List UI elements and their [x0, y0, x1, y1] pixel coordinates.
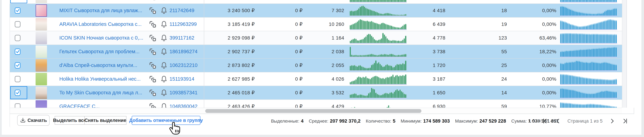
table-row[interactable]: Holika Holika Универсальный нес...151193…	[10, 72, 622, 86]
product-name-link[interactable]: Гельтек Сыворотка для проблем...	[59, 49, 140, 54]
add-to-group-icon[interactable]	[149, 89, 157, 97]
table-rows: MIXIT Сыворотка для лица увлаж...2117426…	[10, 0, 634, 108]
checkbox-cell	[10, 0, 28, 4]
add-to-group-icon[interactable]	[149, 20, 157, 28]
sales-sparkline-cell	[346, 18, 409, 31]
download-icon	[20, 118, 26, 123]
table-row[interactable]: ARAVIA Laboratories Сыворотка с...111296…	[10, 18, 622, 31]
sku-id-link[interactable]: 1861896274	[170, 49, 198, 54]
sku-id-link[interactable]: 1062312210	[170, 62, 198, 68]
add-group-label: Добавить отмеченные в группу	[129, 118, 203, 123]
add-marked-to-group-button[interactable]: Добавить отмеченные в группу	[132, 116, 200, 125]
table-row[interactable]: ICON SKIN Ночная сыворотка с 0,...399117…	[10, 31, 622, 45]
stat-average: Среднее:207 992 370,2	[309, 118, 360, 124]
table-row[interactable]: Гельтек Сыворотка для проблем...18618962…	[10, 45, 622, 58]
stock-sparkline	[560, 0, 617, 2]
sku-id-link[interactable]: 211742649	[170, 8, 194, 13]
add-to-group-icon[interactable]	[149, 75, 157, 83]
row-checkbox[interactable]	[15, 76, 20, 82]
horizontal-scrollbar[interactable]	[10, 108, 622, 114]
row-checkbox[interactable]	[15, 21, 20, 28]
table-row[interactable]: GRACEFACE C...10483600422 463 426 ₽0 ₽4 …	[10, 100, 622, 108]
stock-sparkline-cell	[556, 86, 622, 99]
percent-value: 0,00%	[507, 86, 556, 99]
buyout-value-text: 0 ₽	[295, 21, 302, 27]
sku-id-link[interactable]: 399117162	[170, 35, 194, 41]
avg-value: 3 187	[409, 72, 446, 86]
product-name-link[interactable]: d'Alba Спрей-сыворотка мульти...	[59, 62, 137, 68]
last-page-icon[interactable]	[622, 118, 628, 124]
product-name-link[interactable]: Holika Holika Универсальный нес...	[59, 76, 141, 82]
row-checkbox[interactable]	[15, 103, 20, 108]
avg-value: 3 738	[409, 45, 446, 58]
checkbox-cell	[10, 4, 28, 17]
revenue-value-text: 2 902 737 ₽	[228, 49, 255, 54]
bell-icon[interactable]	[160, 0, 168, 1]
revenue-value-text: 3 185 419 ₽	[228, 21, 255, 27]
row-checkbox[interactable]	[15, 62, 20, 68]
deselect-label: Снять выделение	[84, 118, 126, 123]
revenue-value: 2 902 737 ₽	[204, 45, 259, 58]
stock-sparkline	[560, 32, 617, 44]
product-image-cell	[28, 100, 59, 108]
table-row[interactable]: MIXIT Сыворотка для лица увлаж...2117426…	[10, 4, 622, 18]
bell-icon[interactable]	[160, 75, 168, 83]
row-checkbox[interactable]	[15, 35, 20, 41]
bell-icon[interactable]	[160, 89, 168, 96]
add-to-group-icon[interactable]	[149, 0, 157, 1]
stat-maximum: Максимум:247 529 228	[455, 118, 506, 124]
sales-sparkline-cell	[346, 4, 409, 17]
sales-count-value: 10 260	[306, 18, 346, 31]
table-row[interactable]	[10, 0, 622, 4]
table-row[interactable]: d'Alba Спрей-сыворотка мульти...10623122…	[10, 58, 622, 72]
buyout-value-text: 0 ₽	[295, 49, 302, 54]
product-name-link[interactable]: To My Skin Сыворотка для лица л...	[59, 90, 142, 96]
vertical-scrollbar[interactable]	[622, 0, 627, 108]
add-to-group-icon[interactable]	[149, 62, 157, 69]
product-name-link[interactable]: ICON SKIN Ночная сыворотка с 0,...	[59, 35, 143, 41]
revenue-value-text: 2 873 802 ₽	[228, 62, 255, 68]
bell-icon[interactable]	[160, 103, 168, 108]
sales-sparkline	[350, 19, 407, 30]
checkbox-cell	[10, 72, 28, 86]
bell-icon[interactable]	[160, 34, 168, 42]
add-to-group-icon[interactable]	[149, 34, 157, 42]
sales-count-value: 1 164	[306, 31, 346, 44]
product-name-link[interactable]: MIXIT Сыворотка для лица увлаж...	[59, 8, 142, 13]
product-name-link[interactable]: GRACEFACE C...	[59, 104, 100, 108]
sku-id-link[interactable]: 151193914	[170, 76, 194, 82]
row-checkbox[interactable]	[15, 48, 20, 55]
row-checkbox[interactable]	[15, 90, 20, 96]
product-name-cell	[59, 0, 146, 4]
sales-sparkline	[350, 60, 407, 71]
table-row[interactable]: To My Skin Сыворотка для лица л...109385…	[10, 86, 622, 100]
bell-icon[interactable]	[160, 20, 168, 28]
sku-id-link[interactable]: 1048360042	[170, 104, 198, 108]
prev-page-icon[interactable]	[555, 118, 561, 124]
bell-icon[interactable]	[160, 7, 168, 14]
first-page-icon[interactable]	[542, 118, 548, 124]
add-to-group-icon[interactable]	[149, 102, 157, 108]
select-all-label: Выделить все	[53, 118, 86, 123]
sku-id-cell: 211742649	[169, 4, 204, 17]
row-checkbox[interactable]	[15, 8, 20, 14]
bell-icon[interactable]	[160, 62, 168, 69]
horizontal-scrollbar-thumb[interactable]	[205, 109, 422, 113]
buyout-value-text: 0 ₽	[295, 35, 302, 41]
days-value-text: 123	[498, 35, 507, 41]
sales-sparkline	[350, 5, 407, 16]
next-page-icon[interactable]	[609, 118, 615, 124]
add-to-group-icon[interactable]	[149, 48, 157, 56]
sku-id-link[interactable]: 1093857341	[170, 90, 198, 96]
deselect-button[interactable]: Снять выделение	[84, 116, 126, 125]
bell-icon[interactable]	[160, 48, 168, 56]
days-value-text: 59	[502, 104, 507, 108]
sku-id-cell: 399117162	[169, 31, 204, 44]
download-button[interactable]: Скачать	[17, 115, 50, 126]
add-to-group-icon[interactable]	[149, 6, 157, 14]
sales-count-value: 4 429	[306, 100, 346, 108]
product-name-link[interactable]: ARAVIA Laboratories Сыворотка с...	[59, 21, 142, 27]
sku-id-link[interactable]: 1112963299	[170, 21, 197, 27]
sku-id-cell: 1062312210	[169, 58, 204, 72]
select-all-button[interactable]: Выделить все	[55, 116, 84, 125]
